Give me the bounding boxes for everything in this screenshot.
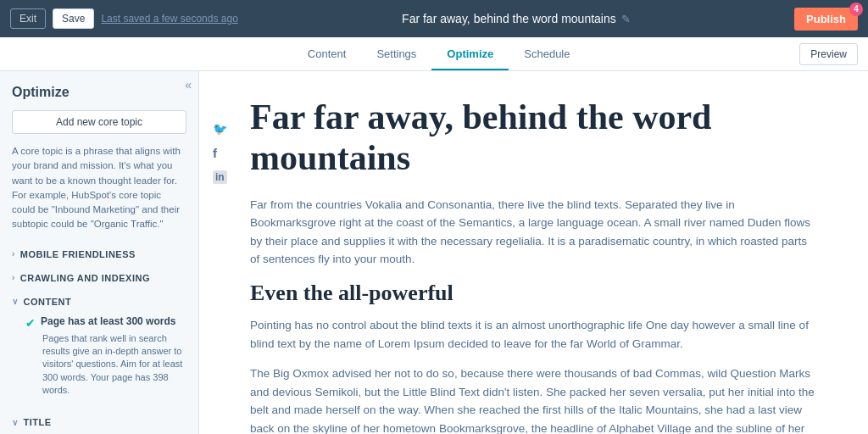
sidebar: « Optimize Add new core topic A core top… [0,71,199,434]
page-title: Far far away, behind the word mountains [402,12,616,25]
article-title: Far far away, behind the word mountains [250,97,817,179]
top-bar: Exit Save Last saved a few seconds ago F… [0,0,868,37]
check-desc-300-words: Pages that rank well in search results g… [42,332,186,398]
check-success-icon: ✔ [25,316,36,330]
sidebar-title: Optimize [12,85,186,100]
crawling-indexing-label: CRAWLING AND INDEXING [20,273,150,283]
article-paragraph-3: The Big Oxmox advised her not to do so, … [250,364,817,434]
sidebar-collapse-icon[interactable]: « [185,78,192,92]
crawling-indexing-header[interactable]: › CRAWLING AND INDEXING [12,268,186,288]
chevron-down-icon-2: ∨ [12,418,19,427]
sidebar-section-content: ∨ CONTENT ✔ Page has at least 300 words … [12,292,186,409]
chevron-right-icon: › [12,249,15,259]
mobile-friendliness-label: MOBILE FRIENDLINESS [20,249,136,259]
page-title-bar: Far far away, behind the word mountains … [402,12,631,25]
linkedin-icon[interactable]: in [213,170,227,184]
save-button[interactable]: Save [53,8,94,29]
exit-button[interactable]: Exit [10,8,46,29]
twitter-icon[interactable]: 🐦 [213,122,227,136]
publish-button[interactable]: Publish 4 [794,8,858,31]
tab-content[interactable]: Content [292,39,362,70]
tab-schedule[interactable]: Schedule [509,39,585,70]
chevron-down-icon: ∨ [12,297,19,306]
add-topic-button[interactable]: Add new core topic [12,110,186,134]
sidebar-section-crawling: › CRAWLING AND INDEXING [12,268,186,288]
tab-optimize[interactable]: Optimize [431,39,509,70]
tab-settings[interactable]: Settings [361,39,431,70]
content-section-body: ✔ Page has at least 300 words Pages that… [12,312,186,409]
content-label: CONTENT [24,297,72,307]
article-paragraph-1: Far from the countries Vokalia and Conso… [250,196,817,269]
sidebar-section-mobile: › MOBILE FRIENDLINESS [12,244,186,264]
check-item-300-words: ✔ Page has at least 300 words Pages that… [25,315,186,398]
sidebar-section-title: ∨ TITLE ✔ Page has a title Titles appear… [12,412,186,434]
last-saved-text[interactable]: Last saved a few seconds ago [101,13,237,25]
edit-title-icon[interactable]: ✎ [621,13,631,25]
nav-tabs: Content Settings Optimize Schedule Previ… [0,37,868,71]
article-body: Far from the countries Vokalia and Conso… [250,196,817,434]
title-header[interactable]: ∨ TITLE [12,412,186,432]
title-label: TITLE [24,417,52,427]
content-header[interactable]: ∨ CONTENT [12,292,186,312]
article-h2: Even the all-powerful [250,281,817,306]
main-layout: « Optimize Add new core topic A core top… [0,71,868,434]
chevron-right-icon-2: › [12,273,15,282]
mobile-friendliness-header[interactable]: › MOBILE FRIENDLINESS [12,244,186,264]
preview-button[interactable]: Preview [799,43,858,65]
content-area: 🐦 f in Far far away, behind the word mou… [199,71,868,434]
sidebar-description: A core topic is a phrase that aligns wit… [12,144,186,232]
check-label-300-words: Page has at least 300 words [41,315,175,327]
facebook-icon[interactable]: f [213,146,227,160]
publish-badge: 4 [849,3,863,16]
social-icons: 🐦 f in [213,122,227,184]
article-paragraph-2: Pointing has no control about the blind … [250,316,817,353]
